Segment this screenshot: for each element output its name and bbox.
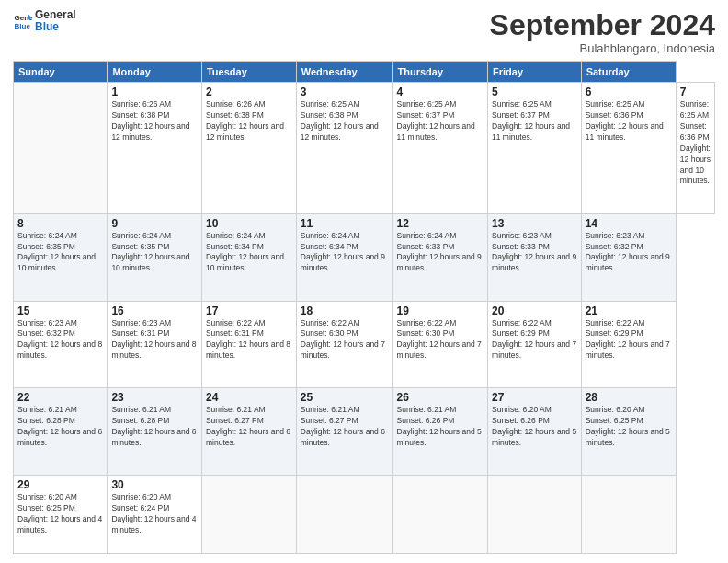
calendar-cell: 17Sunrise: 6:22 AMSunset: 6:31 PMDayligh…: [201, 301, 296, 388]
day-info: Sunrise: 6:23 AMSunset: 6:33 PMDaylight:…: [492, 231, 577, 275]
day-info: Sunrise: 6:25 AMSunset: 6:36 PMDaylight:…: [680, 99, 711, 187]
day-number: 30: [111, 478, 198, 491]
calendar-cell: 20Sunrise: 6:22 AMSunset: 6:29 PMDayligh…: [488, 301, 582, 388]
calendar-row: 22Sunrise: 6:21 AMSunset: 6:28 PMDayligh…: [14, 388, 715, 476]
calendar-cell: 1Sunrise: 6:26 AMSunset: 6:38 PMDaylight…: [108, 83, 202, 213]
day-info: Sunrise: 6:21 AMSunset: 6:27 PMDaylight:…: [206, 405, 292, 449]
calendar-cell: 6Sunrise: 6:25 AMSunset: 6:36 PMDaylight…: [581, 83, 676, 213]
day-number: 25: [301, 391, 389, 404]
calendar-cell: 12Sunrise: 6:24 AMSunset: 6:33 PMDayligh…: [392, 213, 487, 301]
calendar-cell: 7Sunrise: 6:25 AMSunset: 6:36 PMDaylight…: [676, 83, 714, 213]
col-thursday: Thursday: [392, 62, 487, 83]
calendar-cell: 9Sunrise: 6:24 AMSunset: 6:35 PMDaylight…: [108, 213, 202, 301]
calendar-cell: 8Sunrise: 6:24 AMSunset: 6:35 PMDaylight…: [14, 213, 108, 301]
day-number: 24: [206, 391, 292, 404]
day-number: 16: [111, 304, 198, 317]
calendar-cell: 3Sunrise: 6:25 AMSunset: 6:38 PMDaylight…: [296, 83, 392, 213]
day-number: 10: [206, 217, 292, 230]
month-title: September 2024: [490, 9, 715, 41]
day-number: 13: [492, 217, 577, 230]
calendar-cell: 18Sunrise: 6:22 AMSunset: 6:30 PMDayligh…: [296, 301, 392, 388]
calendar-header: Sunday Monday Tuesday Wednesday Thursday…: [14, 62, 715, 83]
day-info: Sunrise: 6:24 AMSunset: 6:33 PMDaylight:…: [397, 231, 483, 275]
calendar-cell: [392, 476, 487, 554]
svg-text:Blue: Blue: [14, 22, 30, 30]
day-number: 9: [111, 217, 198, 230]
day-number: 28: [586, 391, 672, 404]
calendar-cell: 23Sunrise: 6:21 AMSunset: 6:28 PMDayligh…: [108, 388, 202, 476]
day-number: 20: [492, 304, 577, 317]
col-sunday: Sunday: [14, 62, 108, 83]
day-number: 6: [586, 86, 672, 98]
day-info: Sunrise: 6:20 AMSunset: 6:26 PMDaylight:…: [492, 405, 577, 449]
day-info: Sunrise: 6:20 AMSunset: 6:25 PMDaylight:…: [586, 405, 672, 449]
calendar-cell: 4Sunrise: 6:25 AMSunset: 6:37 PMDaylight…: [392, 83, 487, 213]
calendar-row: 8Sunrise: 6:24 AMSunset: 6:35 PMDaylight…: [14, 213, 715, 301]
logo-text-line2: Blue: [35, 21, 76, 33]
logo: General Blue General Blue: [13, 9, 76, 33]
day-info: Sunrise: 6:22 AMSunset: 6:31 PMDaylight:…: [206, 318, 292, 362]
day-number: 18: [301, 304, 389, 317]
calendar-cell: 26Sunrise: 6:21 AMSunset: 6:26 PMDayligh…: [392, 388, 487, 476]
day-info: Sunrise: 6:22 AMSunset: 6:30 PMDaylight:…: [301, 318, 389, 362]
day-number: 26: [397, 391, 483, 404]
day-info: Sunrise: 6:24 AMSunset: 6:35 PMDaylight:…: [17, 231, 103, 275]
col-tuesday: Tuesday: [201, 62, 296, 83]
calendar-cell: 13Sunrise: 6:23 AMSunset: 6:33 PMDayligh…: [488, 213, 582, 301]
calendar-cell: 19Sunrise: 6:22 AMSunset: 6:30 PMDayligh…: [392, 301, 487, 388]
day-number: 19: [397, 304, 483, 317]
calendar-cell: [14, 83, 108, 213]
calendar-cell: [581, 476, 676, 554]
day-info: Sunrise: 6:21 AMSunset: 6:27 PMDaylight:…: [301, 405, 389, 449]
day-info: Sunrise: 6:24 AMSunset: 6:35 PMDaylight:…: [111, 231, 198, 275]
calendar-cell: 5Sunrise: 6:25 AMSunset: 6:37 PMDaylight…: [488, 83, 582, 213]
day-info: Sunrise: 6:22 AMSunset: 6:29 PMDaylight:…: [492, 318, 577, 362]
calendar-cell: 30Sunrise: 6:20 AMSunset: 6:24 PMDayligh…: [108, 476, 202, 554]
calendar-cell: 29Sunrise: 6:20 AMSunset: 6:25 PMDayligh…: [14, 476, 108, 554]
col-saturday: Saturday: [581, 62, 676, 83]
day-number: 17: [206, 304, 292, 317]
calendar-cell: 10Sunrise: 6:24 AMSunset: 6:34 PMDayligh…: [201, 213, 296, 301]
calendar-cell: 11Sunrise: 6:24 AMSunset: 6:34 PMDayligh…: [296, 213, 392, 301]
calendar-cell: 16Sunrise: 6:23 AMSunset: 6:31 PMDayligh…: [108, 301, 202, 388]
col-wednesday: Wednesday: [296, 62, 392, 83]
col-friday: Friday: [488, 62, 582, 83]
calendar-cell: 2Sunrise: 6:26 AMSunset: 6:38 PMDaylight…: [201, 83, 296, 213]
calendar-row: 29Sunrise: 6:20 AMSunset: 6:25 PMDayligh…: [14, 476, 715, 554]
day-number: 5: [492, 86, 577, 98]
calendar-cell: [296, 476, 392, 554]
day-number: 4: [397, 86, 483, 98]
day-number: 1: [111, 86, 198, 98]
day-info: Sunrise: 6:22 AMSunset: 6:29 PMDaylight:…: [586, 318, 672, 362]
day-info: Sunrise: 6:26 AMSunset: 6:38 PMDaylight:…: [206, 99, 292, 144]
day-info: Sunrise: 6:25 AMSunset: 6:36 PMDaylight:…: [586, 99, 672, 144]
day-number: 8: [17, 217, 103, 230]
day-number: 12: [397, 217, 483, 230]
day-info: Sunrise: 6:25 AMSunset: 6:37 PMDaylight:…: [492, 99, 577, 144]
calendar-cell: 25Sunrise: 6:21 AMSunset: 6:27 PMDayligh…: [296, 388, 392, 476]
day-info: Sunrise: 6:20 AMSunset: 6:25 PMDaylight:…: [17, 492, 103, 536]
day-info: Sunrise: 6:24 AMSunset: 6:34 PMDaylight:…: [301, 231, 389, 275]
day-info: Sunrise: 6:20 AMSunset: 6:24 PMDaylight:…: [111, 492, 198, 536]
day-info: Sunrise: 6:21 AMSunset: 6:28 PMDaylight:…: [111, 405, 198, 449]
calendar-cell: 21Sunrise: 6:22 AMSunset: 6:29 PMDayligh…: [581, 301, 676, 388]
day-number: 22: [17, 391, 103, 404]
calendar-cell: 24Sunrise: 6:21 AMSunset: 6:27 PMDayligh…: [201, 388, 296, 476]
calendar-cell: 14Sunrise: 6:23 AMSunset: 6:32 PMDayligh…: [581, 213, 676, 301]
day-number: 3: [301, 86, 389, 98]
calendar-cell: 22Sunrise: 6:21 AMSunset: 6:28 PMDayligh…: [14, 388, 108, 476]
location: Bulahblangaro, Indonesia: [490, 41, 715, 55]
day-number: 2: [206, 86, 292, 98]
day-number: 14: [586, 217, 672, 230]
day-number: 7: [680, 86, 711, 98]
day-info: Sunrise: 6:25 AMSunset: 6:37 PMDaylight:…: [397, 99, 483, 144]
day-number: 21: [586, 304, 672, 317]
day-number: 27: [492, 391, 577, 404]
day-number: 15: [17, 304, 103, 317]
calendar-cell: 27Sunrise: 6:20 AMSunset: 6:26 PMDayligh…: [488, 388, 582, 476]
calendar-table: Sunday Monday Tuesday Wednesday Thursday…: [13, 61, 715, 554]
day-info: Sunrise: 6:21 AMSunset: 6:28 PMDaylight:…: [17, 405, 103, 449]
calendar-row: 15Sunrise: 6:23 AMSunset: 6:32 PMDayligh…: [14, 301, 715, 388]
day-number: 11: [301, 217, 389, 230]
calendar-cell: 28Sunrise: 6:20 AMSunset: 6:25 PMDayligh…: [581, 388, 676, 476]
